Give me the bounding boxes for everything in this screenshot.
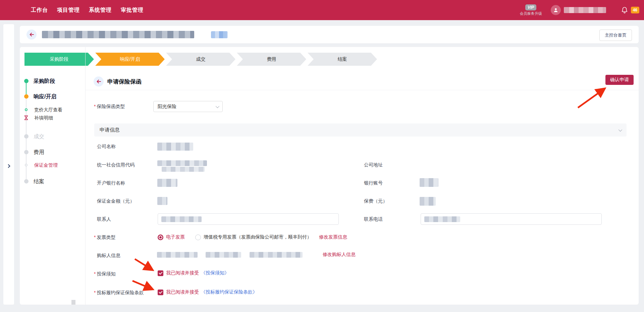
nav-item-project-mgmt[interactable]: 项目管理 xyxy=(57,0,80,20)
sidebar-item-deal[interactable]: 成交 xyxy=(34,133,44,140)
premium-value-redacted xyxy=(420,197,436,206)
timeline-ring-gray xyxy=(25,164,28,166)
divider xyxy=(86,90,639,90)
edit-invoice-info-link[interactable]: 修改发票信息 xyxy=(319,234,347,240)
vat-invoice-label[interactable]: 增值税专用发票（发票由保险公司邮寄，顺丰到付） xyxy=(204,234,312,240)
main-content-card: 采购阶段 响应/开启 成交 费用 结案 采购阶段 响应/开启 竞价大厅查看 补填… xyxy=(20,47,639,305)
insurance-type-value: 阳光保险 xyxy=(158,104,176,110)
contact-value-redacted xyxy=(161,216,202,222)
insurance-type-label: *保险保函类型 xyxy=(94,104,125,110)
agree-text: 我已阅读并接受 xyxy=(166,289,199,295)
bank-name-label: 开户银行名称 xyxy=(97,180,125,186)
user-avatar[interactable] xyxy=(551,5,561,15)
nav-item-system-mgmt[interactable]: 系统管理 xyxy=(89,0,112,20)
invoice-type-label: *发票类型 xyxy=(94,235,115,241)
nav-item-workbench[interactable]: 工作台 xyxy=(31,0,48,20)
vip-icon: VIP xyxy=(525,4,536,10)
timeline-connector-done xyxy=(26,83,26,94)
chevron-down-icon xyxy=(216,104,219,108)
nav-item-approval-mgmt[interactable]: 审批管理 xyxy=(121,0,144,20)
bank-name-value-redacted xyxy=(157,179,177,187)
step-fees[interactable]: 费用 xyxy=(237,53,306,66)
agree-text: 我已阅读并接受 xyxy=(166,270,199,276)
notice-document-link[interactable]: 《投保须知》 xyxy=(201,270,229,276)
phone-input[interactable] xyxy=(421,213,602,225)
sidebar-item-deposit-mgmt[interactable]: 保证金管理 xyxy=(34,162,58,168)
sidebar-item-purchase-stage[interactable]: 采购阶段 xyxy=(34,78,55,85)
sidebar-item-bidding-hall[interactable]: 竞价大厅查看 xyxy=(34,107,62,113)
deposit-amount-label: 保证金金额（元） xyxy=(97,198,135,204)
timeline-ring-green xyxy=(25,108,28,111)
header-back-button[interactable] xyxy=(26,30,37,40)
contact-input[interactable] xyxy=(158,213,339,225)
notification-count-badge[interactable]: 46 xyxy=(631,7,639,13)
edit-buyer-info-link[interactable]: 修改购标人信息 xyxy=(323,252,356,258)
required-mark: * xyxy=(94,104,96,109)
back-arrow-icon xyxy=(29,32,34,37)
timeline-dot-orange xyxy=(24,94,29,99)
notice-agreement-row: 我已阅读并接受 《投保须知》 xyxy=(158,270,229,276)
step-closing[interactable]: 结案 xyxy=(308,53,377,66)
company-address-label: 公司地址 xyxy=(364,162,383,168)
hourglass-icon xyxy=(23,115,29,120)
buyer-value-redacted xyxy=(157,252,198,258)
company-name-value-redacted xyxy=(157,143,193,151)
bank-account-value-redacted xyxy=(420,178,438,187)
chevron-down-icon xyxy=(619,127,622,131)
section-apply-info[interactable]: 申请信息 xyxy=(94,123,627,137)
terms-checkbox-checked[interactable] xyxy=(158,290,163,295)
sidebar-item-fees[interactable]: 费用 xyxy=(34,149,44,156)
required-mark: * xyxy=(94,235,96,240)
bank-account-label: 银行账号 xyxy=(364,180,383,186)
buyer-value-redacted xyxy=(250,252,303,258)
required-mark: * xyxy=(94,271,96,276)
console-home-button[interactable]: 主控台首页 xyxy=(599,30,632,41)
form-back-button[interactable] xyxy=(94,76,104,87)
radio-electronic-invoice[interactable] xyxy=(158,235,163,240)
notification-bell[interactable] xyxy=(621,6,628,14)
bell-icon xyxy=(621,6,628,14)
step-response-open[interactable]: 响应/开启 xyxy=(95,53,165,66)
credit-code-label: 统一社会信用代码 xyxy=(97,162,135,168)
buyer-value-redacted xyxy=(206,252,241,258)
terms-document-link[interactable]: 《投标履约保证保险条款》 xyxy=(201,289,257,295)
sidebar-item-closing[interactable]: 结案 xyxy=(34,178,44,185)
expand-panel-chevron-icon[interactable] xyxy=(6,164,10,168)
username-redacted[interactable] xyxy=(564,7,606,13)
timeline-dot-gray xyxy=(24,150,29,154)
timeline-dot-green xyxy=(24,79,29,83)
stage-timeline-sidebar: 采购阶段 响应/开启 竞价大厅查看 补填明细 成交 费用 保证金管理 结案 xyxy=(20,47,86,305)
phone-value-redacted xyxy=(424,216,460,222)
phone-label: 联系电话 xyxy=(364,216,383,222)
timeline-dot-gray xyxy=(24,134,29,139)
status-badge-redacted xyxy=(211,31,228,38)
terms-label: *投标履约保证保险条款 xyxy=(94,290,144,296)
credit-code-value-redacted xyxy=(162,167,205,172)
notice-checkbox-checked[interactable] xyxy=(158,270,163,276)
person-icon xyxy=(553,7,558,13)
credit-code-value-redacted xyxy=(157,160,207,166)
radio-vat-invoice[interactable] xyxy=(195,235,201,240)
sidebar-item-response-open[interactable]: 响应/开启 xyxy=(34,93,56,100)
collapsed-side-rail xyxy=(3,24,14,305)
back-arrow-icon xyxy=(96,79,101,84)
deposit-amount-value-redacted xyxy=(157,197,167,205)
horizontal-scrollbar-thumb[interactable] xyxy=(71,300,75,305)
contact-label: 联系人 xyxy=(97,216,111,222)
buyer-info-label: 购标人信息 xyxy=(97,253,120,259)
invoice-type-options: 电子发票 增值税专用发票（发票由保险公司邮寄，顺丰到付） 修改发票信息 xyxy=(158,234,347,241)
main-menu: 工作台 项目管理 系统管理 审批管理 xyxy=(31,0,144,20)
vip-upgrade[interactable]: VIP 会员服务升级 xyxy=(520,4,542,16)
insurance-type-select[interactable]: 阳光保险 xyxy=(153,101,223,112)
sidebar-item-fill-details[interactable]: 补填明细 xyxy=(34,115,53,121)
step-deal[interactable]: 成交 xyxy=(166,53,235,66)
confirm-apply-button[interactable]: 确认申请 xyxy=(605,75,634,85)
company-name-label: 公司名称 xyxy=(97,144,116,150)
vip-caption: 会员服务升级 xyxy=(520,11,542,16)
section-title: 申请信息 xyxy=(100,127,120,133)
notice-label: *投保须知 xyxy=(94,271,115,277)
buyer-info-values: 修改购标人信息 xyxy=(157,252,356,258)
electronic-invoice-label[interactable]: 电子发票 xyxy=(166,234,185,240)
timeline-dot-gray xyxy=(24,179,29,184)
page-header-card: 主控台首页 xyxy=(20,26,639,43)
